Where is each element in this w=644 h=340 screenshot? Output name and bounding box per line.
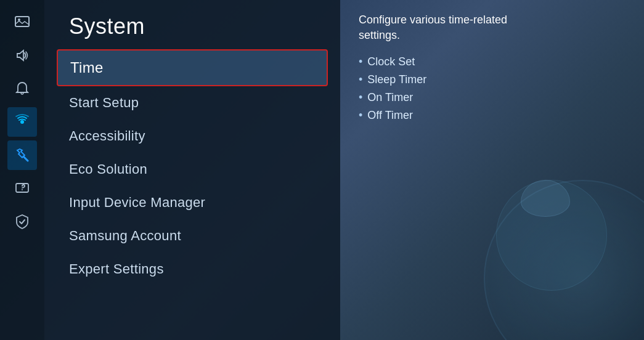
screen: System Time Start Setup Accessibility Ec… bbox=[0, 0, 644, 340]
info-description: Configure various time-related settings. bbox=[359, 12, 519, 43]
sidebar-icon-notification[interactable] bbox=[7, 74, 37, 103]
svg-line-3 bbox=[23, 156, 28, 161]
sidebar-icon-picture[interactable] bbox=[7, 7, 37, 37]
menu-title: System bbox=[44, 0, 340, 49]
main-content: System Time Start Setup Accessibility Ec… bbox=[44, 0, 644, 340]
sidebar-icon-network[interactable] bbox=[7, 107, 37, 137]
sidebar-icon-sound[interactable] bbox=[7, 41, 37, 70]
info-bullet-off-timer: Off Timer bbox=[359, 109, 426, 122]
menu-panel: System Time Start Setup Accessibility Ec… bbox=[44, 0, 340, 340]
info-panel: Configure various time-related settings.… bbox=[340, 0, 644, 340]
menu-item-expert-settings[interactable]: Expert Settings bbox=[57, 253, 328, 286]
menu-item-start-setup[interactable]: Start Setup bbox=[57, 86, 328, 119]
svg-point-2 bbox=[20, 120, 24, 124]
info-bullet-on-timer: On Timer bbox=[359, 91, 426, 104]
sidebar-icon-privacy[interactable] bbox=[7, 207, 37, 237]
svg-rect-0 bbox=[15, 17, 29, 26]
menu-items-list: Time Start Setup Accessibility Eco Solut… bbox=[44, 49, 340, 286]
info-bullet-clock-set: Clock Set bbox=[359, 55, 426, 68]
sidebar-icon-support[interactable] bbox=[7, 174, 37, 203]
info-bullet-list: Clock Set Sleep Timer On Timer Off Timer bbox=[359, 55, 426, 122]
menu-item-eco-solution[interactable]: Eco Solution bbox=[57, 153, 328, 186]
svg-point-5 bbox=[22, 189, 23, 190]
sidebar-icon-tools[interactable] bbox=[7, 140, 37, 170]
menu-item-accessibility[interactable]: Accessibility bbox=[57, 119, 328, 153]
info-bullet-sleep-timer: Sleep Timer bbox=[359, 73, 426, 86]
menu-item-input-device-manager[interactable]: Input Device Manager bbox=[57, 186, 328, 219]
sidebar bbox=[0, 0, 44, 340]
menu-item-samsung-account[interactable]: Samsung Account bbox=[57, 219, 328, 253]
menu-item-time[interactable]: Time bbox=[57, 49, 328, 86]
